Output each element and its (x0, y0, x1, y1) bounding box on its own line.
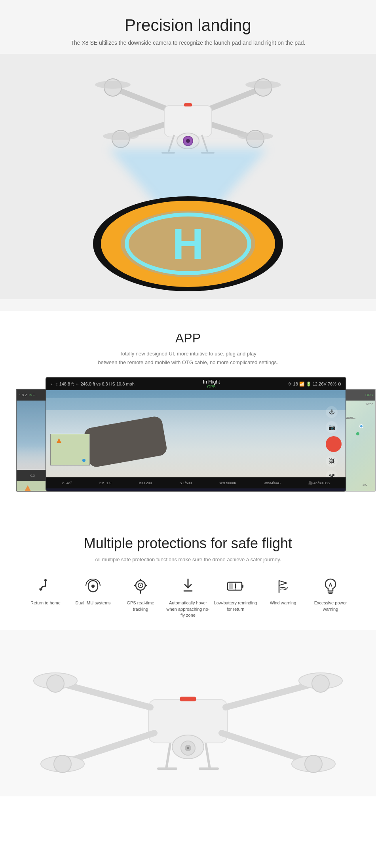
no-fly-icon (180, 576, 196, 596)
precision-title: Precision landing (8, 16, 368, 35)
svg-point-49 (312, 675, 329, 692)
mini-map (50, 434, 90, 465)
svg-line-42 (61, 684, 150, 707)
low-battery-label: Low-battery reminding for return (214, 600, 257, 612)
main-screen-header: ← ↕ 148.8 ft ↔ 246.0 ft vs 6.3 HS 10.8 m… (46, 378, 346, 390)
svg-rect-41 (180, 697, 196, 701)
svg-point-7 (245, 81, 281, 89)
gallery-icon[interactable]: 🖼 (326, 455, 338, 467)
landing-pad: H (93, 196, 283, 291)
map-scale: 200 (363, 483, 367, 486)
power-warning-icon (323, 576, 338, 596)
no-fly-label: Automatically hover when approaching no-… (166, 600, 210, 618)
drone-bottom-svg (0, 638, 376, 796)
app-screens-container: ↑ 8.2 In F... -0.3 200 ← ↕ 148.8 ft ↔ 24… (8, 377, 376, 507)
camera-icon[interactable]: 📷 (326, 421, 338, 433)
precision-section: Precision landing The X8 SE ultilizes th… (0, 0, 376, 311)
feature-low-battery: Low-battery reminding for return (212, 576, 259, 612)
svg-line-58 (166, 744, 170, 769)
wind-warning-label: Wind warning (270, 600, 296, 606)
map-icon[interactable]: 🗺 (326, 470, 338, 477)
main-screen-footer: A -48° EV -1.0 ISO 200 S 1/500 WB 5000K … (46, 477, 346, 488)
mini-drone-marker (57, 438, 61, 443)
power-warning-label: Excessive power warning (309, 600, 352, 612)
gps-tracking-icon (133, 576, 148, 596)
app-screen-main: ← ↕ 148.8 ft ↔ 246.0 ft vs 6.3 HS 10.8 m… (46, 377, 346, 492)
camera-controls: 🕹 📷 🖼 🗺 (326, 406, 342, 477)
mini-home-marker (82, 459, 85, 462)
feature-wind-warning: Wind warning (259, 576, 307, 606)
protections-title: Multiple protections for safe flight (8, 535, 368, 552)
feature-power-warning: Excessive power warning (307, 576, 354, 612)
svg-line-45 (222, 733, 307, 761)
protections-section: Multiple protections for safe flight All… (0, 515, 376, 630)
svg-line-59 (206, 744, 210, 769)
app-description: Totally new designed UI, more intuitive … (8, 349, 368, 367)
record-button[interactable] (326, 436, 342, 452)
svg-line-44 (69, 733, 154, 761)
svg-rect-13 (184, 103, 192, 106)
svg-point-21 (44, 579, 47, 581)
low-battery-icon (227, 576, 244, 596)
svg-line-43 (226, 684, 315, 707)
svg-point-57 (187, 747, 189, 749)
return-home-icon (38, 576, 53, 596)
svg-point-9 (103, 132, 139, 140)
svg-rect-12 (164, 105, 212, 137)
gps-tracking-label: GPS real-time tracking (119, 600, 162, 612)
joystick-icon[interactable]: 🕹 (326, 406, 338, 418)
svg-point-53 (305, 755, 322, 773)
svg-point-51 (54, 755, 71, 773)
svg-point-5 (95, 81, 131, 89)
svg-point-47 (47, 675, 64, 692)
feature-no-fly: Automatically hover when approaching no-… (164, 576, 212, 618)
main-screen-body: 🕹 📷 🖼 🗺 (46, 390, 346, 477)
precision-header: Precision landing The X8 SE ultilizes th… (0, 0, 376, 46)
helipad-letter: H (172, 222, 203, 266)
return-home-label: Return to home (30, 600, 61, 606)
flight-mode: In Flight GPS (203, 379, 220, 389)
map-location-dot (359, 424, 363, 428)
feature-return-home: Return to home (22, 576, 69, 606)
svg-rect-34 (229, 583, 233, 589)
drone-landing-scene: H (0, 54, 376, 299)
feature-gps: GPS real-time tracking (117, 576, 164, 612)
svg-point-25 (140, 585, 141, 586)
svg-point-22 (91, 585, 95, 588)
dual-imu-label: Dual IMU systems (75, 600, 110, 606)
svg-point-36 (235, 589, 236, 590)
map-waypoint (356, 432, 359, 435)
feature-dual-imu: Dual IMU systems (69, 576, 117, 606)
drone-bottom-section (0, 630, 376, 796)
features-row: Return to home Dual IMU systems (8, 576, 368, 618)
wind-warning-icon (275, 576, 291, 596)
protections-subtitle: All multiple safe protection functions m… (8, 557, 368, 562)
svg-point-16 (186, 139, 190, 143)
svg-point-11 (237, 132, 273, 140)
map-zoom: 1/250 (365, 403, 373, 406)
dual-imu-icon (84, 576, 102, 596)
app-section: APP Totally new designed UI, more intuit… (0, 311, 376, 515)
drone-bottom-scene (0, 638, 376, 796)
precision-description: The X8 SE ultilizes the downside camera … (8, 40, 368, 46)
svg-rect-33 (242, 585, 243, 588)
map-drone-marker (25, 485, 31, 491)
app-title: APP (8, 331, 368, 346)
